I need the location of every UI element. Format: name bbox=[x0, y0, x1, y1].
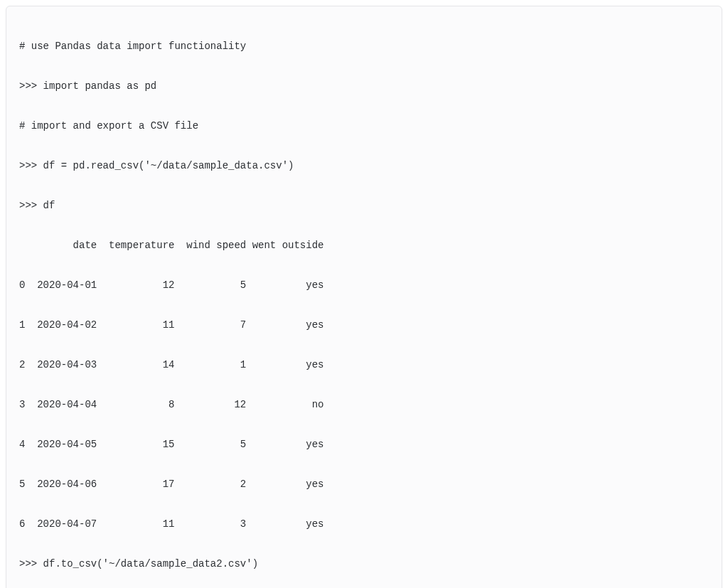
code-line: # import and export a CSV file bbox=[19, 116, 709, 136]
dataframe-row: 6 2020-04-07 11 3 yes bbox=[19, 514, 709, 534]
code-line: # use Pandas data import functionality bbox=[19, 36, 709, 56]
dataframe-row: 4 2020-04-05 15 5 yes bbox=[19, 434, 709, 454]
code-line: >>> df = pd.read_csv('~/data/sample_data… bbox=[19, 156, 709, 176]
dataframe-row: 3 2020-04-04 8 12 no bbox=[19, 395, 709, 415]
code-line: >>> import pandas as pd bbox=[19, 76, 709, 96]
code-line: >>> df bbox=[19, 196, 709, 215]
code-block: # use Pandas data import functionality >… bbox=[6, 6, 722, 588]
code-line: >>> df.to_csv('~/data/sample_data2.csv') bbox=[19, 554, 709, 574]
dataframe-row: 1 2020-04-02 11 7 yes bbox=[19, 315, 709, 335]
dataframe-row: 0 2020-04-01 12 5 yes bbox=[19, 275, 709, 295]
dataframe-row: 2 2020-04-03 14 1 yes bbox=[19, 355, 709, 375]
dataframe-row: 5 2020-04-06 17 2 yes bbox=[19, 474, 709, 494]
dataframe-header: date temperature wind speed went outside bbox=[19, 235, 709, 255]
